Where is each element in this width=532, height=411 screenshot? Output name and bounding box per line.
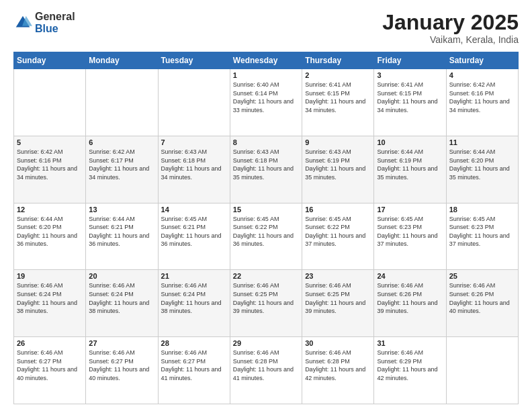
calendar-cell: 8Sunrise: 6:43 AMSunset: 6:18 PMDaylight… (230, 136, 302, 203)
header: General Blue January 2025 Vaikam, Kerala… (13, 11, 519, 45)
day-info: Sunrise: 6:45 AMSunset: 6:21 PMDaylight:… (161, 215, 227, 248)
day-number: 11 (449, 138, 515, 146)
day-number: 27 (89, 339, 154, 347)
day-info: Sunrise: 6:42 AMSunset: 6:16 PMDaylight:… (17, 148, 83, 181)
col-sunday: Sunday (14, 52, 86, 69)
day-info: Sunrise: 6:45 AMSunset: 6:23 PMDaylight:… (377, 215, 443, 248)
calendar-week-5: 26Sunrise: 6:46 AMSunset: 6:27 PMDayligh… (14, 337, 519, 404)
calendar-location: Vaikam, Kerala, India (382, 34, 519, 45)
day-info: Sunrise: 6:43 AMSunset: 6:18 PMDaylight:… (161, 148, 227, 181)
day-info: Sunrise: 6:44 AMSunset: 6:20 PMDaylight:… (17, 215, 83, 248)
day-number: 8 (233, 138, 299, 146)
calendar-cell: 3Sunrise: 6:41 AMSunset: 6:15 PMDaylight… (374, 69, 446, 136)
day-number: 19 (17, 272, 83, 280)
calendar-cell: 31Sunrise: 6:46 AMSunset: 6:29 PMDayligh… (374, 337, 446, 404)
calendar-cell: 22Sunrise: 6:46 AMSunset: 6:25 PMDayligh… (230, 270, 302, 337)
day-number: 25 (449, 272, 515, 280)
calendar-cell: 11Sunrise: 6:44 AMSunset: 6:20 PMDayligh… (446, 136, 518, 203)
calendar-cell: 16Sunrise: 6:45 AMSunset: 6:22 PMDayligh… (302, 203, 374, 270)
day-info: Sunrise: 6:42 AMSunset: 6:17 PMDaylight:… (89, 148, 154, 181)
day-number: 2 (305, 71, 371, 79)
day-number: 21 (161, 272, 227, 280)
logo-blue-text: Blue (35, 23, 75, 35)
col-friday: Friday (374, 52, 446, 69)
calendar-week-2: 5Sunrise: 6:42 AMSunset: 6:16 PMDaylight… (14, 136, 519, 203)
calendar-cell: 14Sunrise: 6:45 AMSunset: 6:21 PMDayligh… (158, 203, 230, 270)
calendar-cell: 1Sunrise: 6:40 AMSunset: 6:14 PMDaylight… (230, 69, 302, 136)
day-number: 26 (17, 339, 83, 347)
day-info: Sunrise: 6:46 AMSunset: 6:28 PMDaylight:… (305, 349, 371, 382)
calendar-header-row: Sunday Monday Tuesday Wednesday Thursday… (14, 52, 519, 69)
day-number: 5 (17, 138, 83, 146)
day-number: 22 (233, 272, 299, 280)
day-info: Sunrise: 6:46 AMSunset: 6:29 PMDaylight:… (377, 349, 443, 382)
calendar-cell (158, 69, 230, 136)
day-info: Sunrise: 6:44 AMSunset: 6:20 PMDaylight:… (449, 148, 515, 181)
day-number: 16 (305, 205, 371, 214)
day-number: 9 (305, 138, 371, 146)
day-number: 6 (89, 138, 154, 146)
day-number: 24 (377, 272, 443, 280)
calendar-title: January 2025 (382, 11, 519, 34)
calendar-week-4: 19Sunrise: 6:46 AMSunset: 6:24 PMDayligh… (14, 270, 519, 337)
day-info: Sunrise: 6:44 AMSunset: 6:21 PMDaylight:… (89, 215, 154, 248)
day-number: 4 (449, 71, 515, 79)
day-number: 30 (305, 339, 371, 347)
day-info: Sunrise: 6:45 AMSunset: 6:22 PMDaylight:… (233, 215, 299, 248)
col-wednesday: Wednesday (230, 52, 302, 69)
title-block: January 2025 Vaikam, Kerala, India (382, 11, 519, 45)
calendar-cell: 5Sunrise: 6:42 AMSunset: 6:16 PMDaylight… (14, 136, 86, 203)
calendar-cell: 12Sunrise: 6:44 AMSunset: 6:20 PMDayligh… (14, 203, 86, 270)
calendar-cell: 18Sunrise: 6:45 AMSunset: 6:23 PMDayligh… (446, 203, 518, 270)
day-number: 29 (233, 339, 299, 347)
calendar-cell: 26Sunrise: 6:46 AMSunset: 6:27 PMDayligh… (14, 337, 86, 404)
day-info: Sunrise: 6:45 AMSunset: 6:23 PMDaylight:… (449, 215, 515, 248)
calendar-cell: 13Sunrise: 6:44 AMSunset: 6:21 PMDayligh… (86, 203, 158, 270)
calendar-cell: 9Sunrise: 6:43 AMSunset: 6:19 PMDaylight… (302, 136, 374, 203)
day-info: Sunrise: 6:41 AMSunset: 6:15 PMDaylight:… (377, 81, 443, 114)
calendar-cell (446, 337, 518, 404)
calendar-cell: 21Sunrise: 6:46 AMSunset: 6:24 PMDayligh… (158, 270, 230, 337)
logo-general-text: General (35, 11, 75, 23)
day-info: Sunrise: 6:46 AMSunset: 6:26 PMDaylight:… (449, 281, 515, 315)
day-number: 20 (89, 272, 154, 280)
day-info: Sunrise: 6:45 AMSunset: 6:22 PMDaylight:… (305, 215, 371, 248)
col-monday: Monday (86, 52, 158, 69)
calendar-cell: 28Sunrise: 6:46 AMSunset: 6:27 PMDayligh… (158, 337, 230, 404)
day-info: Sunrise: 6:46 AMSunset: 6:25 PMDaylight:… (233, 281, 299, 315)
day-number: 3 (377, 71, 443, 79)
calendar-cell: 10Sunrise: 6:44 AMSunset: 6:19 PMDayligh… (374, 136, 446, 203)
day-info: Sunrise: 6:46 AMSunset: 6:26 PMDaylight:… (377, 281, 443, 315)
calendar-cell: 25Sunrise: 6:46 AMSunset: 6:26 PMDayligh… (446, 270, 518, 337)
day-info: Sunrise: 6:46 AMSunset: 6:27 PMDaylight:… (17, 349, 83, 382)
day-number: 14 (161, 205, 227, 214)
calendar-cell: 23Sunrise: 6:46 AMSunset: 6:25 PMDayligh… (302, 270, 374, 337)
calendar-week-1: 1Sunrise: 6:40 AMSunset: 6:14 PMDaylight… (14, 69, 519, 136)
calendar-cell: 15Sunrise: 6:45 AMSunset: 6:22 PMDayligh… (230, 203, 302, 270)
calendar-cell: 4Sunrise: 6:42 AMSunset: 6:16 PMDaylight… (446, 69, 518, 136)
day-number: 23 (305, 272, 371, 280)
logo: General Blue (13, 11, 75, 34)
calendar-table: Sunday Monday Tuesday Wednesday Thursday… (13, 52, 519, 404)
day-info: Sunrise: 6:46 AMSunset: 6:24 PMDaylight:… (89, 281, 154, 315)
day-info: Sunrise: 6:46 AMSunset: 6:24 PMDaylight:… (161, 281, 227, 315)
day-info: Sunrise: 6:40 AMSunset: 6:14 PMDaylight:… (233, 81, 299, 114)
day-info: Sunrise: 6:43 AMSunset: 6:19 PMDaylight:… (305, 148, 371, 181)
day-info: Sunrise: 6:46 AMSunset: 6:24 PMDaylight:… (17, 281, 83, 315)
day-info: Sunrise: 6:46 AMSunset: 6:27 PMDaylight:… (89, 349, 154, 382)
day-number: 31 (377, 339, 443, 347)
day-number: 10 (377, 138, 443, 146)
day-info: Sunrise: 6:44 AMSunset: 6:19 PMDaylight:… (377, 148, 443, 181)
day-number: 7 (161, 138, 227, 146)
day-info: Sunrise: 6:42 AMSunset: 6:16 PMDaylight:… (449, 81, 515, 114)
day-number: 28 (161, 339, 227, 347)
calendar-cell: 17Sunrise: 6:45 AMSunset: 6:23 PMDayligh… (374, 203, 446, 270)
day-number: 1 (233, 71, 299, 79)
calendar-cell (14, 69, 86, 136)
calendar-cell: 30Sunrise: 6:46 AMSunset: 6:28 PMDayligh… (302, 337, 374, 404)
day-number: 17 (377, 205, 443, 214)
day-info: Sunrise: 6:41 AMSunset: 6:15 PMDaylight:… (305, 81, 371, 114)
day-number: 12 (17, 205, 83, 214)
col-saturday: Saturday (446, 52, 518, 69)
page: General Blue January 2025 Vaikam, Kerala… (0, 0, 532, 411)
